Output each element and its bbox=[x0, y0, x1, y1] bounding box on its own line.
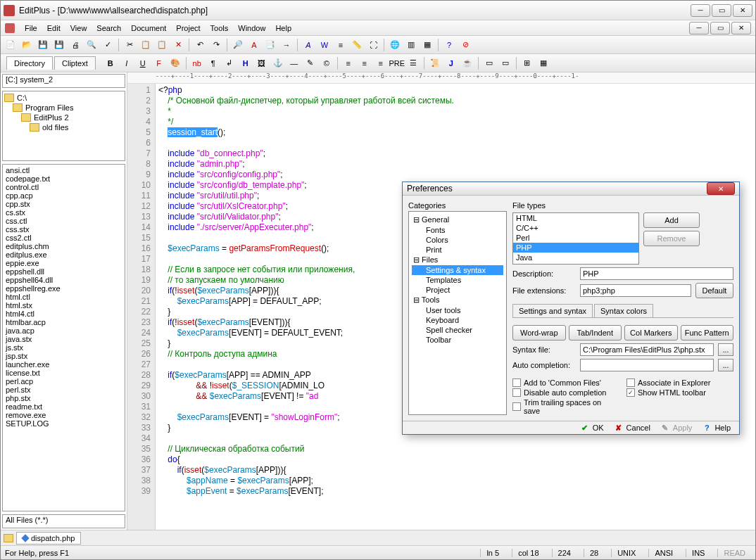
j-icon[interactable]: J bbox=[444, 56, 458, 70]
list-icon[interactable]: ☰ bbox=[406, 56, 420, 70]
print-icon[interactable]: 🖨 bbox=[68, 38, 82, 52]
menu-project[interactable]: Project bbox=[176, 24, 200, 32]
menu-file[interactable]: File bbox=[25, 24, 37, 32]
file-item[interactable]: js.stx bbox=[4, 343, 123, 352]
paste-icon[interactable]: 📋 bbox=[155, 38, 169, 52]
file-item[interactable]: java.acp bbox=[4, 326, 123, 335]
folder-tree[interactable]: C:\Program FilesEditPlus 2old files bbox=[2, 91, 125, 161]
menu-search[interactable]: Search bbox=[96, 24, 121, 32]
comment-icon[interactable]: ✎ bbox=[303, 56, 317, 70]
filetype-item[interactable]: PHP bbox=[513, 243, 638, 253]
applet-icon[interactable]: ☕ bbox=[460, 56, 474, 70]
category-sub-item[interactable]: Templates bbox=[412, 275, 503, 285]
file-item[interactable]: eppshell.dll bbox=[4, 267, 123, 276]
delete-icon[interactable]: ✕ bbox=[171, 38, 185, 52]
right-icon[interactable]: ≡ bbox=[374, 56, 388, 70]
syntax-input[interactable] bbox=[580, 343, 714, 356]
colmarkers-button[interactable]: Col Markers bbox=[624, 325, 678, 341]
file-item[interactable]: editplus.exe bbox=[4, 250, 123, 259]
checkbox-disable-auto-completion[interactable]: Disable auto completion bbox=[512, 388, 619, 397]
auto-input[interactable] bbox=[580, 359, 714, 371]
syntax-browse-button[interactable]: ... bbox=[718, 343, 733, 356]
preview-icon[interactable]: 🔍 bbox=[84, 38, 99, 52]
image-icon[interactable]: 🖼 bbox=[255, 56, 269, 70]
color-icon[interactable]: 🎨 bbox=[168, 56, 182, 70]
file-item[interactable]: launcher.exe bbox=[4, 360, 123, 369]
cut-icon[interactable]: ✂ bbox=[122, 38, 137, 52]
form-icon[interactable]: ▭ bbox=[482, 56, 496, 70]
maximize-button[interactable]: ▭ bbox=[712, 4, 731, 17]
ok-button[interactable]: ✔OK bbox=[580, 423, 604, 433]
underline-icon[interactable]: U bbox=[136, 56, 150, 70]
category-sub-item[interactable]: Keyboard bbox=[412, 315, 503, 325]
center-icon[interactable]: ≡ bbox=[358, 56, 372, 70]
help-button[interactable]: ?Help bbox=[702, 423, 731, 433]
cancel-button[interactable]: ✘Cancel bbox=[614, 423, 650, 433]
doc-tab[interactable]: dispatch.php bbox=[16, 532, 81, 545]
menu-document[interactable]: Document bbox=[131, 24, 166, 32]
tab-settings-syntax[interactable]: Settings and syntax bbox=[512, 304, 593, 317]
checkbox-associate-in-explorer[interactable]: Associate in Explorer bbox=[626, 378, 733, 387]
file-item[interactable]: remove.exe bbox=[4, 411, 123, 419]
file-item[interactable]: php.stx bbox=[4, 394, 123, 402]
input-icon[interactable]: ▭ bbox=[498, 56, 512, 70]
file-item[interactable]: codepage.txt bbox=[4, 174, 123, 183]
funcpattern-button[interactable]: Func Pattern bbox=[681, 325, 734, 341]
wordwrap-icon[interactable]: W bbox=[317, 38, 332, 52]
file-item[interactable]: css.stx bbox=[4, 225, 123, 234]
filetype-item[interactable]: Perl bbox=[513, 233, 638, 243]
file-item[interactable]: ansi.ctl bbox=[4, 166, 123, 174]
font-icon[interactable]: F bbox=[152, 56, 166, 70]
file-item[interactable]: cpp.acp bbox=[4, 191, 123, 200]
linenumber-icon[interactable]: ≡ bbox=[334, 38, 348, 52]
menu-tools[interactable]: Tools bbox=[210, 24, 229, 32]
file-item[interactable]: eppie.exe bbox=[4, 259, 123, 267]
tab-directory[interactable]: Directory bbox=[6, 56, 53, 70]
nbsp-icon[interactable]: nb bbox=[190, 56, 204, 70]
menu-edit[interactable]: Edit bbox=[47, 24, 61, 32]
file-item[interactable]: editplus.chm bbox=[4, 242, 123, 250]
heading-icon[interactable]: H bbox=[239, 56, 253, 70]
file-item[interactable]: html4.ctl bbox=[4, 310, 123, 318]
left-icon[interactable]: ≡ bbox=[341, 56, 355, 70]
description-input[interactable] bbox=[580, 267, 733, 280]
file-item[interactable]: license.txt bbox=[4, 369, 123, 377]
copy-icon[interactable]: 📋 bbox=[139, 38, 153, 52]
file-item[interactable]: perl.acp bbox=[4, 377, 123, 386]
saveall-icon[interactable]: 💾 bbox=[52, 38, 66, 52]
doc-close-button[interactable]: ✕ bbox=[731, 22, 751, 34]
file-item[interactable]: SETUP.LOG bbox=[4, 419, 123, 428]
new-icon[interactable]: 📄 bbox=[4, 38, 18, 52]
frame-icon[interactable]: ▦ bbox=[536, 56, 550, 70]
goto-icon[interactable]: → bbox=[279, 38, 294, 52]
folder-item[interactable]: Program Files bbox=[4, 103, 123, 113]
file-item[interactable]: control.ctl bbox=[4, 183, 123, 191]
filetypes-list[interactable]: HTMLC/C++PerlPHPJava bbox=[512, 212, 639, 265]
redo-icon[interactable]: ↷ bbox=[209, 38, 223, 52]
spell-icon[interactable]: ✓ bbox=[101, 38, 115, 52]
auto-browse-button[interactable]: ... bbox=[718, 359, 733, 371]
break-icon[interactable]: ↲ bbox=[222, 56, 237, 70]
add-button[interactable]: Add bbox=[643, 212, 700, 228]
split-icon[interactable]: ▥ bbox=[404, 38, 418, 52]
bold-icon[interactable]: B bbox=[103, 56, 118, 70]
category-item[interactable]: ⊟ Tools bbox=[412, 295, 503, 305]
italic-a-icon[interactable]: A bbox=[301, 38, 315, 52]
pre-icon[interactable]: PRE bbox=[390, 56, 404, 70]
remove-button[interactable]: Remove bbox=[643, 231, 700, 246]
findfiles-icon[interactable]: 📑 bbox=[263, 38, 277, 52]
close-button[interactable]: ✕ bbox=[733, 4, 752, 17]
doc-restore-button[interactable]: ▭ bbox=[710, 22, 730, 34]
fullscreen-icon[interactable]: ⛶ bbox=[366, 38, 380, 52]
category-sub-item[interactable]: Colors bbox=[412, 235, 503, 245]
browser-icon[interactable]: 🌐 bbox=[388, 38, 402, 52]
extensions-input[interactable] bbox=[580, 284, 691, 297]
prefs-titlebar[interactable]: Preferences ✕ bbox=[403, 182, 739, 196]
category-sub-item[interactable]: Spell checker bbox=[412, 325, 503, 335]
save-icon[interactable]: 💾 bbox=[36, 38, 50, 52]
window-icon[interactable]: ▦ bbox=[420, 38, 434, 52]
category-sub-item[interactable]: Settings & syntax bbox=[412, 265, 503, 275]
file-item[interactable]: java.stx bbox=[4, 335, 123, 343]
char-icon[interactable]: © bbox=[320, 56, 334, 70]
prefs-close-button[interactable]: ✕ bbox=[707, 182, 735, 195]
